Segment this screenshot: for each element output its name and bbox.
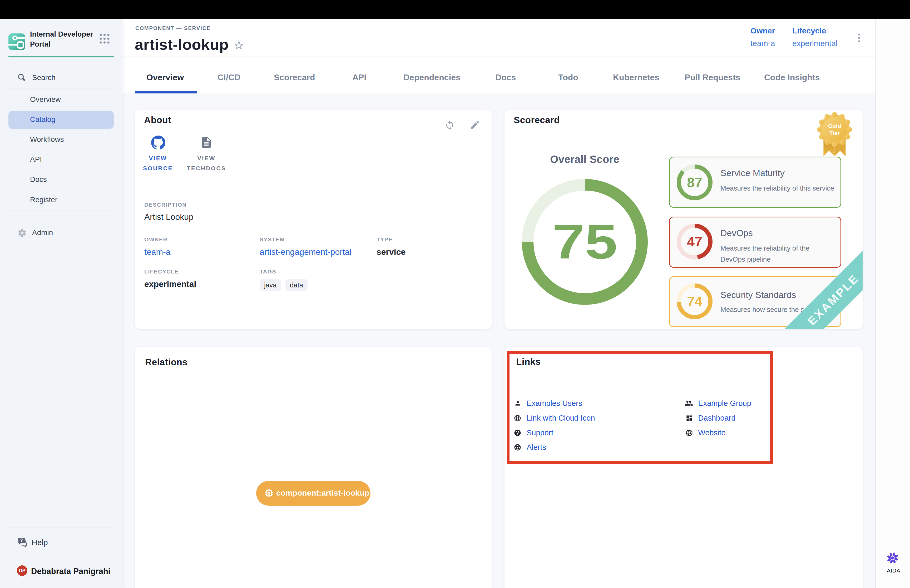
- svg-text:Gold: Gold: [828, 123, 841, 129]
- svg-text:74: 74: [687, 294, 702, 309]
- svg-text:?: ?: [20, 538, 23, 543]
- svg-text:Tier: Tier: [829, 130, 840, 136]
- svg-text:47: 47: [687, 234, 702, 249]
- svg-text:87: 87: [687, 175, 702, 190]
- svg-text:75: 75: [552, 214, 617, 269]
